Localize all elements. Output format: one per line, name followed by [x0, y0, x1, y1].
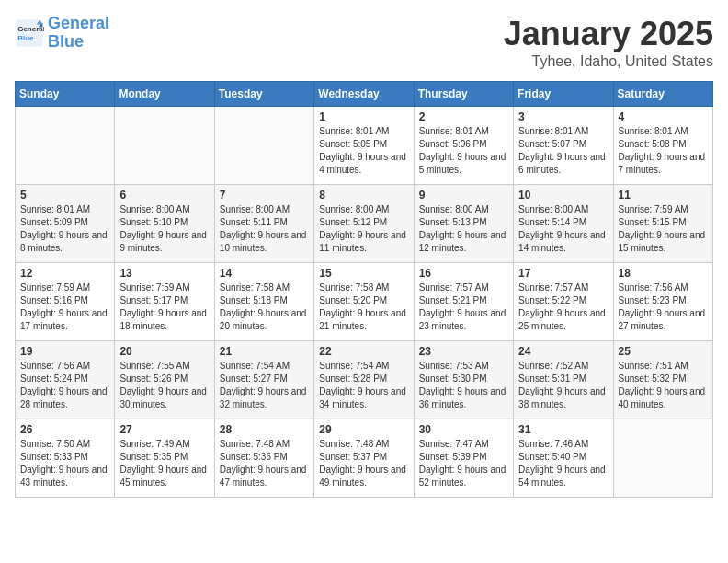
day-number: 1 [319, 110, 408, 123]
day-info: Sunrise: 7:56 AM Sunset: 5:24 PM Dayligh… [20, 360, 109, 411]
calendar-cell: 25Sunrise: 7:51 AM Sunset: 5:32 PM Dayli… [613, 341, 712, 419]
header-cell-sunday: Sunday [16, 82, 115, 107]
day-number: 9 [419, 189, 508, 201]
day-info: Sunrise: 7:51 AM Sunset: 5:32 PM Dayligh… [619, 360, 708, 411]
day-number: 25 [619, 345, 708, 358]
day-info: Sunrise: 7:48 AM Sunset: 5:37 PM Dayligh… [319, 438, 408, 489]
day-info: Sunrise: 8:00 AM Sunset: 5:14 PM Dayligh… [518, 203, 608, 255]
calendar-week-2: 5Sunrise: 8:01 AM Sunset: 5:09 PM Daylig… [16, 185, 713, 263]
calendar-cell: 9Sunrise: 8:00 AM Sunset: 5:13 PM Daylig… [414, 185, 513, 263]
day-info: Sunrise: 7:58 AM Sunset: 5:20 PM Dayligh… [319, 282, 408, 333]
day-number: 28 [220, 423, 309, 436]
day-info: Sunrise: 8:01 AM Sunset: 5:08 PM Dayligh… [619, 125, 708, 177]
day-number: 10 [518, 189, 608, 201]
day-number: 27 [119, 423, 209, 436]
day-number: 12 [20, 267, 109, 280]
calendar-body: 1Sunrise: 8:01 AM Sunset: 5:05 PM Daylig… [16, 107, 713, 498]
calendar-cell: 19Sunrise: 7:56 AM Sunset: 5:24 PM Dayli… [16, 341, 115, 419]
day-info: Sunrise: 7:59 AM Sunset: 5:17 PM Dayligh… [119, 282, 209, 333]
day-number: 13 [119, 267, 209, 280]
calendar-cell: 24Sunrise: 7:52 AM Sunset: 5:31 PM Dayli… [514, 341, 613, 419]
day-info: Sunrise: 7:54 AM Sunset: 5:27 PM Dayligh… [220, 360, 309, 411]
calendar-cell: 20Sunrise: 7:55 AM Sunset: 5:26 PM Dayli… [115, 341, 214, 419]
day-number: 15 [319, 267, 408, 280]
calendar-cell [16, 107, 115, 185]
calendar-cell: 8Sunrise: 8:00 AM Sunset: 5:12 PM Daylig… [314, 185, 414, 263]
calendar-cell: 28Sunrise: 7:48 AM Sunset: 5:36 PM Dayli… [214, 419, 313, 498]
day-info: Sunrise: 7:56 AM Sunset: 5:23 PM Dayligh… [619, 282, 708, 333]
day-info: Sunrise: 8:01 AM Sunset: 5:09 PM Dayligh… [20, 203, 109, 255]
calendar-title: January 2025 [504, 15, 713, 53]
svg-text:Blue: Blue [17, 34, 34, 42]
calendar-cell: 7Sunrise: 8:00 AM Sunset: 5:11 PM Daylig… [214, 185, 313, 263]
day-number: 3 [518, 110, 608, 123]
calendar-cell: 14Sunrise: 7:58 AM Sunset: 5:18 PM Dayli… [214, 263, 313, 341]
calendar-cell: 5Sunrise: 8:01 AM Sunset: 5:09 PM Daylig… [16, 185, 115, 263]
calendar-cell: 22Sunrise: 7:54 AM Sunset: 5:28 PM Dayli… [314, 341, 414, 419]
day-number: 29 [319, 423, 408, 436]
calendar-week-5: 26Sunrise: 7:50 AM Sunset: 5:33 PM Dayli… [16, 419, 713, 498]
calendar-week-3: 12Sunrise: 7:59 AM Sunset: 5:16 PM Dayli… [16, 263, 713, 341]
header-cell-tuesday: Tuesday [214, 82, 313, 107]
header-cell-wednesday: Wednesday [314, 82, 414, 107]
calendar-cell: 12Sunrise: 7:59 AM Sunset: 5:16 PM Dayli… [16, 263, 115, 341]
calendar-week-4: 19Sunrise: 7:56 AM Sunset: 5:24 PM Dayli… [16, 341, 713, 419]
day-number: 20 [119, 345, 209, 358]
calendar-cell: 21Sunrise: 7:54 AM Sunset: 5:27 PM Dayli… [214, 341, 313, 419]
day-number: 14 [220, 267, 309, 280]
day-number: 24 [518, 345, 608, 358]
calendar-cell: 10Sunrise: 8:00 AM Sunset: 5:14 PM Dayli… [514, 185, 613, 263]
day-number: 18 [619, 267, 708, 280]
calendar-cell: 13Sunrise: 7:59 AM Sunset: 5:17 PM Dayli… [115, 263, 214, 341]
calendar-cell: 23Sunrise: 7:53 AM Sunset: 5:30 PM Dayli… [414, 341, 513, 419]
calendar-cell: 17Sunrise: 7:57 AM Sunset: 5:22 PM Dayli… [514, 263, 613, 341]
day-number: 7 [220, 189, 309, 201]
day-info: Sunrise: 7:49 AM Sunset: 5:35 PM Dayligh… [119, 438, 209, 489]
day-info: Sunrise: 8:01 AM Sunset: 5:06 PM Dayligh… [419, 125, 508, 177]
header-cell-saturday: Saturday [613, 82, 712, 107]
calendar-cell [613, 419, 712, 498]
day-info: Sunrise: 7:50 AM Sunset: 5:33 PM Dayligh… [20, 438, 109, 489]
header-cell-thursday: Thursday [414, 82, 513, 107]
calendar-cell [214, 107, 313, 185]
day-info: Sunrise: 7:54 AM Sunset: 5:28 PM Dayligh… [319, 360, 408, 411]
calendar-cell: 1Sunrise: 8:01 AM Sunset: 5:05 PM Daylig… [314, 107, 414, 185]
day-number: 22 [319, 345, 408, 358]
day-number: 21 [220, 345, 309, 358]
logo-icon: General Blue [15, 18, 44, 48]
day-number: 6 [119, 189, 209, 201]
day-info: Sunrise: 8:00 AM Sunset: 5:10 PM Dayligh… [119, 203, 209, 255]
day-info: Sunrise: 8:00 AM Sunset: 5:12 PM Dayligh… [319, 203, 408, 255]
calendar-subtitle: Tyhee, Idaho, United States [504, 53, 713, 70]
day-number: 17 [518, 267, 608, 280]
calendar-cell: 26Sunrise: 7:50 AM Sunset: 5:33 PM Dayli… [16, 419, 115, 498]
logo-line1: General [48, 14, 109, 32]
header-row: SundayMondayTuesdayWednesdayThursdayFrid… [16, 82, 713, 107]
title-block: January 2025 Tyhee, Idaho, United States [504, 15, 713, 70]
calendar-cell: 4Sunrise: 8:01 AM Sunset: 5:08 PM Daylig… [613, 107, 712, 185]
calendar-cell: 31Sunrise: 7:46 AM Sunset: 5:40 PM Dayli… [514, 419, 613, 498]
day-info: Sunrise: 8:00 AM Sunset: 5:11 PM Dayligh… [220, 203, 309, 255]
calendar-cell: 29Sunrise: 7:48 AM Sunset: 5:37 PM Dayli… [314, 419, 414, 498]
calendar-cell: 15Sunrise: 7:58 AM Sunset: 5:20 PM Dayli… [314, 263, 414, 341]
calendar-cell: 27Sunrise: 7:49 AM Sunset: 5:35 PM Dayli… [115, 419, 214, 498]
day-info: Sunrise: 7:59 AM Sunset: 5:15 PM Dayligh… [619, 203, 708, 255]
day-info: Sunrise: 7:57 AM Sunset: 5:21 PM Dayligh… [419, 282, 508, 333]
calendar-table: SundayMondayTuesdayWednesdayThursdayFrid… [15, 81, 713, 498]
day-number: 8 [319, 189, 408, 201]
day-info: Sunrise: 7:53 AM Sunset: 5:30 PM Dayligh… [419, 360, 508, 411]
day-number: 16 [419, 267, 508, 280]
calendar-cell: 6Sunrise: 8:00 AM Sunset: 5:10 PM Daylig… [115, 185, 214, 263]
day-info: Sunrise: 7:46 AM Sunset: 5:40 PM Dayligh… [518, 438, 608, 489]
day-number: 5 [20, 189, 109, 201]
day-number: 31 [518, 423, 608, 436]
calendar-cell: 3Sunrise: 8:01 AM Sunset: 5:07 PM Daylig… [514, 107, 613, 185]
calendar-header: SundayMondayTuesdayWednesdayThursdayFrid… [16, 82, 713, 107]
calendar-cell: 2Sunrise: 8:01 AM Sunset: 5:06 PM Daylig… [414, 107, 513, 185]
day-number: 19 [20, 345, 109, 358]
day-info: Sunrise: 7:47 AM Sunset: 5:39 PM Dayligh… [419, 438, 508, 489]
logo-text: General Blue [48, 15, 109, 52]
calendar-cell: 18Sunrise: 7:56 AM Sunset: 5:23 PM Dayli… [613, 263, 712, 341]
day-number: 11 [619, 189, 708, 201]
day-info: Sunrise: 8:00 AM Sunset: 5:13 PM Dayligh… [419, 203, 508, 255]
